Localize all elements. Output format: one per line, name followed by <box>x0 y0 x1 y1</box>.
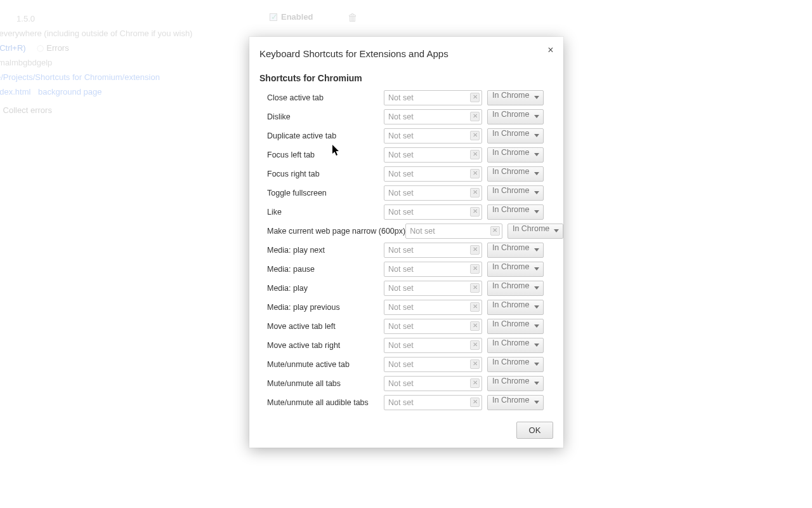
chevron-down-icon <box>534 305 539 309</box>
shortcut-input-wrapper: ✕ <box>384 204 482 220</box>
modal-title: Keyboard Shortcuts for Extensions and Ap… <box>259 48 553 59</box>
shortcut-input-wrapper: ✕ <box>384 128 482 144</box>
shortcut-row: Media: play next✕In Chrome <box>259 241 563 260</box>
shortcut-input[interactable] <box>384 109 482 124</box>
scope-select-label: In Chrome <box>492 319 529 328</box>
shortcut-input[interactable] <box>384 90 482 105</box>
shortcut-input[interactable] <box>384 300 482 315</box>
shortcut-input[interactable] <box>384 147 482 163</box>
ok-button[interactable]: OK <box>516 422 553 439</box>
shortcut-input[interactable] <box>384 281 482 296</box>
shortcut-label: Make current web page narrow (600px) <box>259 227 405 236</box>
clear-shortcut-icon[interactable]: ✕ <box>470 93 480 102</box>
scope-select[interactable]: In Chrome <box>487 376 544 391</box>
shortcut-input-wrapper: ✕ <box>384 90 482 105</box>
shortcut-input-wrapper: ✕ <box>384 395 482 410</box>
scope-select[interactable]: In Chrome <box>487 204 544 220</box>
shortcut-row: Dislike✕In Chrome <box>259 107 563 126</box>
chevron-down-icon <box>554 229 559 232</box>
shortcut-input[interactable] <box>405 224 502 239</box>
shortcut-input-wrapper: ✕ <box>384 319 482 334</box>
scope-select[interactable]: In Chrome <box>508 224 563 239</box>
shortcut-label: Media: play <box>259 284 384 293</box>
scope-select[interactable]: In Chrome <box>487 300 544 315</box>
scope-select[interactable]: In Chrome <box>487 338 544 353</box>
shortcut-input-wrapper: ✕ <box>384 300 482 315</box>
scope-select-label: In Chrome <box>492 396 529 404</box>
shortcut-input[interactable] <box>384 243 482 258</box>
shortcut-input-wrapper: ✕ <box>384 376 482 391</box>
chevron-down-icon <box>534 267 539 271</box>
shortcut-row: Move active tab right✕In Chrome <box>259 336 563 355</box>
scope-select-label: In Chrome <box>492 300 529 309</box>
chevron-down-icon <box>534 324 539 328</box>
clear-shortcut-icon[interactable]: ✕ <box>470 112 480 121</box>
shortcut-input[interactable] <box>384 319 482 334</box>
keyboard-shortcuts-modal: Keyboard Shortcuts for Extensions and Ap… <box>249 37 563 448</box>
clear-shortcut-icon[interactable]: ✕ <box>470 169 480 178</box>
clear-shortcut-icon[interactable]: ✕ <box>470 150 480 159</box>
modal-footer: OK <box>249 415 563 448</box>
modal-body[interactable]: Shortcuts for Chromium Close active tab✕… <box>249 67 563 415</box>
shortcut-row: Mute/unmute all tabs✕In Chrome <box>259 374 563 393</box>
clear-shortcut-icon[interactable]: ✕ <box>490 226 500 236</box>
scope-select[interactable]: In Chrome <box>487 147 544 163</box>
clear-shortcut-icon[interactable]: ✕ <box>470 359 480 369</box>
scope-select-label: In Chrome <box>513 224 549 233</box>
scope-select[interactable]: In Chrome <box>487 262 544 277</box>
clear-shortcut-icon[interactable]: ✕ <box>470 283 480 293</box>
shortcut-input[interactable] <box>384 262 482 277</box>
close-icon[interactable]: × <box>544 44 557 57</box>
shortcut-input[interactable] <box>384 357 482 372</box>
scope-select[interactable]: In Chrome <box>487 90 544 105</box>
shortcut-row: Like✕In Chrome <box>259 203 563 222</box>
shortcut-input-wrapper: ✕ <box>384 109 482 124</box>
scope-select[interactable]: In Chrome <box>487 128 544 144</box>
shortcut-input[interactable] <box>384 376 482 391</box>
shortcut-input-wrapper: ✕ <box>384 185 482 201</box>
scope-select[interactable]: In Chrome <box>487 395 544 410</box>
clear-shortcut-icon[interactable]: ✕ <box>470 264 480 274</box>
shortcut-label: Media: play next <box>259 246 384 255</box>
scope-select[interactable]: In Chrome <box>487 357 544 372</box>
shortcut-label: Mute/unmute active tab <box>259 360 384 369</box>
shortcut-input[interactable] <box>384 166 482 182</box>
scope-select[interactable]: In Chrome <box>487 243 544 258</box>
scope-select-label: In Chrome <box>492 205 529 214</box>
chevron-down-icon <box>534 382 539 385</box>
clear-shortcut-icon[interactable]: ✕ <box>470 302 480 312</box>
shortcut-input[interactable] <box>384 204 482 220</box>
chevron-down-icon <box>534 286 539 290</box>
section-title: Shortcuts for Chromium <box>259 73 563 83</box>
shortcut-input[interactable] <box>384 185 482 201</box>
shortcut-input[interactable] <box>384 128 482 144</box>
clear-shortcut-icon[interactable]: ✕ <box>470 131 480 140</box>
clear-shortcut-icon[interactable]: ✕ <box>470 398 480 407</box>
clear-shortcut-icon[interactable]: ✕ <box>470 245 480 255</box>
scope-select-label: In Chrome <box>492 281 529 290</box>
scope-select-label: In Chrome <box>492 377 529 385</box>
cursor-icon <box>332 145 340 156</box>
shortcut-label: Focus right tab <box>259 170 384 178</box>
scope-select[interactable]: In Chrome <box>487 281 544 296</box>
shortcut-label: Move active tab right <box>259 341 384 350</box>
clear-shortcut-icon[interactable]: ✕ <box>470 378 480 388</box>
shortcut-input-wrapper: ✕ <box>384 357 482 372</box>
clear-shortcut-icon[interactable]: ✕ <box>470 207 480 217</box>
scope-select[interactable]: In Chrome <box>487 185 544 201</box>
clear-shortcut-icon[interactable]: ✕ <box>470 188 480 197</box>
chevron-down-icon <box>534 153 539 156</box>
shortcut-row: Move active tab left✕In Chrome <box>259 317 563 336</box>
clear-shortcut-icon[interactable]: ✕ <box>470 340 480 350</box>
scope-select[interactable]: In Chrome <box>487 319 544 334</box>
shortcut-row: Make current web page narrow (600px)✕In … <box>259 222 563 241</box>
chevron-down-icon <box>534 344 539 347</box>
scope-select[interactable]: In Chrome <box>487 166 544 182</box>
shortcut-input[interactable] <box>384 338 482 353</box>
scope-select[interactable]: In Chrome <box>487 109 544 124</box>
modal-header: Keyboard Shortcuts for Extensions and Ap… <box>249 37 563 67</box>
shortcut-input[interactable] <box>384 395 482 410</box>
shortcut-input-wrapper: ✕ <box>405 224 502 239</box>
scope-select-label: In Chrome <box>492 338 529 347</box>
clear-shortcut-icon[interactable]: ✕ <box>470 321 480 331</box>
